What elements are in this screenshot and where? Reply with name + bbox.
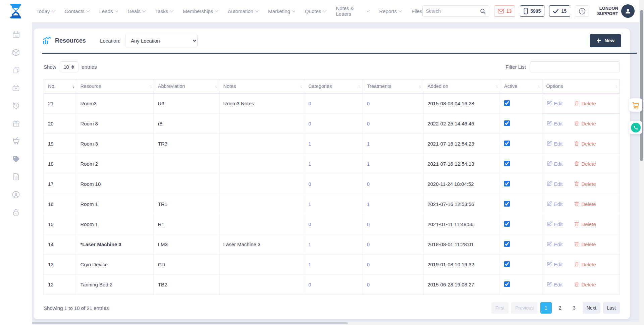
edit-button[interactable]: Edit: [546, 221, 563, 228]
active-checkbox[interactable]: [504, 261, 510, 267]
nav-item-notes-letters[interactable]: Notes & Letters: [336, 5, 369, 17]
new-button[interactable]: New: [590, 34, 621, 47]
nav-item-leads[interactable]: Leads: [99, 8, 118, 14]
nav-item-memberships[interactable]: Memberships: [183, 8, 218, 14]
active-checkbox[interactable]: [504, 120, 510, 126]
delete-button[interactable]: Delete: [574, 221, 596, 228]
sidebar-item-basket[interactable]: [12, 84, 20, 93]
categories-count-link[interactable]: 0: [308, 101, 311, 106]
delete-button[interactable]: Delete: [574, 241, 596, 248]
pagination-3[interactable]: 3: [569, 302, 580, 314]
tasks-badge[interactable]: 15: [549, 5, 570, 17]
sidebar-item-gift[interactable]: [12, 120, 20, 128]
location-select[interactable]: Any Location: [125, 34, 198, 47]
horizontal-scrollbar-thumb[interactable]: [32, 322, 348, 324]
active-checkbox[interactable]: [504, 181, 510, 186]
app-logo[interactable]: [0, 3, 32, 19]
categories-count-link[interactable]: 1: [308, 161, 311, 167]
nav-item-quotes[interactable]: Quotes: [305, 8, 326, 14]
edit-button[interactable]: Edit: [546, 261, 563, 268]
categories-count-link[interactable]: 0: [308, 121, 311, 126]
pagination-1[interactable]: 1: [540, 302, 552, 314]
treatments-count-link[interactable]: 1: [367, 141, 370, 147]
column-header-treatments[interactable]: Treatments↑↓: [363, 79, 423, 94]
sidebar-item-copy[interactable]: [12, 66, 20, 75]
treatments-count-link[interactable]: 0: [367, 101, 370, 106]
treatments-count-link[interactable]: 0: [367, 221, 370, 227]
nav-item-contacts[interactable]: Contacts: [65, 8, 89, 14]
horizontal-scrollbar[interactable]: [32, 322, 639, 325]
column-header-abbreviation[interactable]: Abbreviation↑↓: [154, 79, 219, 94]
vertical-scrollbar[interactable]: [639, 0, 644, 325]
categories-count-link[interactable]: 1: [308, 262, 311, 267]
column-header-added-on[interactable]: Added on↑↓: [423, 79, 500, 94]
edit-button[interactable]: Edit: [546, 161, 563, 167]
edit-button[interactable]: Edit: [546, 100, 563, 107]
filter-input[interactable]: [530, 61, 620, 72]
categories-count-link[interactable]: 1: [308, 201, 311, 207]
sidebar-item-cart[interactable]: [12, 138, 20, 146]
edit-button[interactable]: Edit: [546, 241, 563, 248]
treatments-count-link[interactable]: 0: [367, 282, 370, 287]
treatments-count-link[interactable]: 1: [367, 161, 370, 167]
pagination-2[interactable]: 2: [554, 302, 566, 314]
delete-button[interactable]: Delete: [574, 141, 596, 147]
categories-count-link[interactable]: 1: [308, 141, 311, 147]
sidebar-item-lock[interactable]: [12, 209, 20, 217]
nav-item-files[interactable]: Files: [412, 8, 422, 14]
delete-button[interactable]: Delete: [574, 261, 596, 268]
column-header-active[interactable]: Active↑↓: [500, 79, 542, 94]
categories-count-link[interactable]: 1: [308, 241, 311, 247]
treatments-count-link[interactable]: 0: [367, 262, 370, 267]
column-header-resource[interactable]: Resource↑↓: [76, 79, 154, 94]
nav-item-tasks[interactable]: Tasks: [155, 8, 173, 14]
treatments-count-link[interactable]: 0: [367, 121, 370, 126]
nav-item-reports[interactable]: Reports: [379, 8, 401, 14]
user-menu[interactable]: LONDON SUPPORT: [594, 4, 635, 18]
delete-button[interactable]: Delete: [574, 201, 596, 208]
messages-badge[interactable]: 13: [494, 5, 516, 17]
phone-floating-button[interactable]: [629, 121, 642, 134]
edit-button[interactable]: Edit: [546, 281, 563, 288]
categories-count-link[interactable]: 0: [308, 181, 311, 187]
active-checkbox[interactable]: [504, 100, 510, 106]
delete-button[interactable]: Delete: [574, 281, 596, 288]
sidebar-item-tag[interactable]: [12, 155, 20, 164]
search-input[interactable]: [423, 8, 477, 14]
entries-per-page-select[interactable]: 10: [60, 61, 78, 72]
active-checkbox[interactable]: [504, 241, 510, 247]
edit-button[interactable]: Edit: [546, 201, 563, 208]
help-button[interactable]: ?: [575, 5, 589, 17]
vertical-scrollbar-thumb[interactable]: [640, 10, 643, 161]
active-checkbox[interactable]: [504, 281, 510, 287]
column-header-no-[interactable]: No.↑↓: [44, 79, 76, 94]
sidebar-item-report[interactable]: [12, 173, 20, 182]
sidebar-item-account[interactable]: [12, 191, 20, 200]
treatments-count-link[interactable]: 1: [367, 201, 370, 207]
categories-count-link[interactable]: 0: [308, 282, 311, 287]
edit-button[interactable]: Edit: [546, 181, 563, 187]
nav-item-deals[interactable]: Deals: [128, 8, 145, 14]
edit-button[interactable]: Edit: [546, 141, 563, 147]
column-header-categories[interactable]: Categories↑↓: [304, 79, 363, 94]
nav-item-automation[interactable]: Automation: [228, 8, 258, 14]
delete-button[interactable]: Delete: [574, 100, 596, 107]
active-checkbox[interactable]: [504, 161, 510, 166]
sidebar-item-calendar[interactable]: 12: [12, 31, 20, 40]
delete-button[interactable]: Delete: [574, 161, 596, 167]
active-checkbox[interactable]: [504, 221, 510, 227]
delete-button[interactable]: Delete: [574, 120, 596, 127]
pagination-next[interactable]: Next: [583, 302, 600, 314]
sidebar-item-history[interactable]: [12, 102, 20, 111]
cart-floating-button[interactable]: [629, 98, 642, 112]
sidebar-item-package[interactable]: [12, 49, 20, 57]
column-header-notes[interactable]: Notes↑↓: [219, 79, 304, 94]
active-checkbox[interactable]: [504, 201, 510, 207]
nav-item-marketing[interactable]: Marketing: [268, 8, 295, 14]
delete-button[interactable]: Delete: [574, 181, 596, 187]
pagination-last[interactable]: Last: [603, 302, 620, 314]
avatar[interactable]: [621, 4, 635, 18]
nav-item-today[interactable]: Today: [36, 8, 54, 14]
treatments-count-link[interactable]: 0: [367, 241, 370, 247]
search-icon[interactable]: [477, 6, 489, 16]
